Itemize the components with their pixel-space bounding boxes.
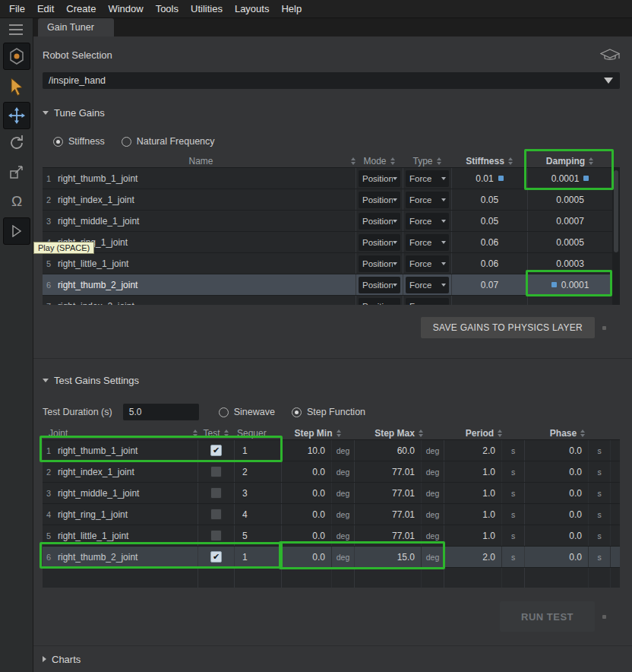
sequence-field[interactable]: 3: [234, 483, 281, 503]
step-min-field[interactable]: 0.0: [281, 483, 331, 503]
sequence-field[interactable]: 4: [234, 504, 281, 525]
damping-field[interactable]: 0.0007: [527, 211, 612, 231]
type-dropdown[interactable]: Force: [406, 255, 449, 272]
test-duration-input[interactable]: 5.0: [123, 404, 199, 420]
test-table-row[interactable]: 2right_index_1_joint20.0deg77.01deg1.0s0…: [43, 461, 620, 483]
type-dropdown[interactable]: Force: [406, 170, 449, 187]
stiffness-field[interactable]: [451, 296, 527, 305]
sequence-field[interactable]: 1: [234, 440, 281, 461]
robot-assembler-button[interactable]: [3, 43, 30, 70]
period-field[interactable]: 1.0: [444, 504, 501, 525]
phase-field[interactable]: 0.0: [524, 483, 588, 503]
type-dropdown[interactable]: Force: [406, 298, 449, 306]
menu-item-tools[interactable]: Tools: [150, 0, 185, 18]
tune-table-row[interactable]: 2right_index_1_jointPositionForce0.050.0…: [43, 189, 620, 211]
type-dropdown[interactable]: Force: [406, 192, 449, 208]
reset-indicator[interactable]: [602, 615, 606, 619]
reset-indicator[interactable]: [602, 326, 606, 330]
damping-field[interactable]: 0.0005: [527, 189, 612, 210]
menu-item-edit[interactable]: Edit: [31, 0, 60, 18]
tune-table-row[interactable]: 6right_thumb_2_jointPositionForce0.070.0…: [43, 274, 620, 296]
select-tool-button[interactable]: [8, 78, 26, 96]
scale-tool-button[interactable]: [8, 163, 26, 181]
menu-item-layouts[interactable]: Layouts: [229, 0, 276, 18]
tune-mode-radio-natural-frequency[interactable]: Natural Frequency: [122, 136, 215, 147]
mode-dropdown[interactable]: Position: [359, 298, 400, 306]
snap-tool-button[interactable]: Ω: [8, 192, 26, 210]
phase-field[interactable]: 0.0: [524, 525, 588, 546]
run-test-button[interactable]: RUN TEST: [500, 601, 595, 632]
phase-field[interactable]: 0.0: [524, 461, 588, 482]
type-dropdown[interactable]: Force: [406, 213, 449, 230]
tune-table-row[interactable]: 1right_thumb_1_jointPositionForce0.010.0…: [43, 168, 620, 189]
menu-item-file[interactable]: File: [3, 0, 31, 18]
test-checkbox[interactable]: [210, 445, 222, 456]
mode-dropdown[interactable]: Position: [359, 255, 400, 272]
mode-dropdown[interactable]: Position: [359, 192, 400, 208]
tune-gains-section-header[interactable]: Tune Gains: [43, 106, 620, 119]
tune-table-row[interactable]: 4right_ring_1_jointPositionForce0.060.00…: [43, 232, 620, 253]
save-gains-button[interactable]: SAVE GAINS TO PHYSICS LAYER: [421, 317, 595, 338]
phase-field[interactable]: 0.0: [524, 504, 588, 525]
step-min-field[interactable]: 0.0: [281, 461, 331, 482]
step-max-field[interactable]: 15.0: [354, 547, 421, 567]
column-header-damping[interactable]: Damping: [527, 156, 612, 166]
sequence-field[interactable]: 2: [234, 461, 281, 482]
test-table-row[interactable]: 6right_thumb_2_joint10.0deg15.0deg2.0s0.…: [43, 547, 620, 568]
test-checkbox[interactable]: [210, 530, 222, 541]
test-checkbox[interactable]: [210, 509, 222, 520]
step-max-field[interactable]: 77.01: [354, 461, 421, 482]
stiffness-field[interactable]: 0.01: [451, 168, 527, 189]
stiffness-field[interactable]: 0.06: [451, 253, 527, 274]
sort-icon[interactable]: [589, 157, 593, 165]
step-min-field[interactable]: 0.0: [281, 547, 331, 567]
phase-field[interactable]: 0.0: [524, 440, 588, 461]
rotate-tool-button[interactable]: [8, 134, 26, 152]
test-table-row[interactable]: 4right_ring_1_joint40.0deg77.01deg1.0s0.…: [43, 504, 620, 525]
stiffness-field[interactable]: 0.06: [451, 232, 527, 252]
sequence-field[interactable]: 1: [234, 547, 281, 567]
tab-gain-tuner[interactable]: Gain Tuner: [38, 18, 114, 36]
column-header-name[interactable]: Name: [55, 156, 356, 166]
play-button[interactable]: [3, 217, 30, 245]
step-max-field[interactable]: 77.01: [354, 504, 421, 525]
damping-field[interactable]: 0.0001: [527, 168, 612, 189]
column-header-sequence[interactable]: Sequer: [234, 428, 281, 439]
step-max-field[interactable]: 77.01: [354, 483, 421, 503]
test-gains-section-header[interactable]: Test Gains Settings: [43, 373, 620, 387]
column-header-joint[interactable]: Joint: [43, 428, 198, 439]
test-table-row[interactable]: 5right_little_1_joint50.0deg77.01deg1.0s…: [43, 525, 620, 547]
step-max-field[interactable]: 60.0: [354, 440, 421, 461]
sort-icon[interactable]: [508, 157, 513, 165]
tune-table-row[interactable]: 7right_index_2_jointPositionForce: [43, 296, 620, 305]
menu-item-utilities[interactable]: Utilities: [185, 0, 229, 18]
charts-section-header[interactable]: Charts: [43, 652, 620, 666]
step-min-field[interactable]: 0.0: [281, 504, 331, 525]
column-header-step-min[interactable]: Step Min: [281, 428, 354, 439]
column-header-stiffness[interactable]: Stiffness: [451, 156, 527, 166]
stiffness-field[interactable]: 0.05: [451, 189, 527, 210]
column-header-mode[interactable]: Mode: [356, 156, 403, 166]
test-checkbox[interactable]: [210, 551, 222, 563]
menu-item-window[interactable]: Window: [102, 0, 149, 18]
test-table-row[interactable]: 1right_thumb_1_joint110.0deg60.0deg2.0s0…: [43, 440, 620, 461]
step-max-field[interactable]: 77.01: [354, 525, 421, 546]
period-field[interactable]: 1.0: [444, 525, 501, 546]
period-field[interactable]: 1.0: [444, 461, 501, 482]
stiffness-field[interactable]: 0.07: [451, 274, 527, 295]
tune-table-scrollbar[interactable]: [612, 168, 620, 305]
menu-item-create[interactable]: Create: [60, 0, 102, 18]
type-dropdown[interactable]: Force: [406, 277, 449, 293]
damping-field[interactable]: [527, 296, 612, 305]
column-header-phase[interactable]: Phase: [524, 428, 611, 439]
damping-field[interactable]: 0.0003: [527, 253, 612, 274]
column-header-type[interactable]: Type: [403, 156, 451, 166]
sort-icon[interactable]: [498, 430, 502, 437]
test-table-row[interactable]: 3right_middle_1_joint30.0deg77.01deg1.0s…: [43, 483, 620, 504]
tune-table-row[interactable]: 5right_little_1_jointPositionForce0.060.…: [43, 253, 620, 274]
type-dropdown[interactable]: Force: [406, 234, 449, 251]
step-min-field[interactable]: 0.0: [281, 525, 331, 546]
period-field[interactable]: 2.0: [444, 440, 501, 461]
mode-dropdown[interactable]: Position: [359, 170, 400, 187]
mode-dropdown[interactable]: Position: [359, 213, 400, 230]
